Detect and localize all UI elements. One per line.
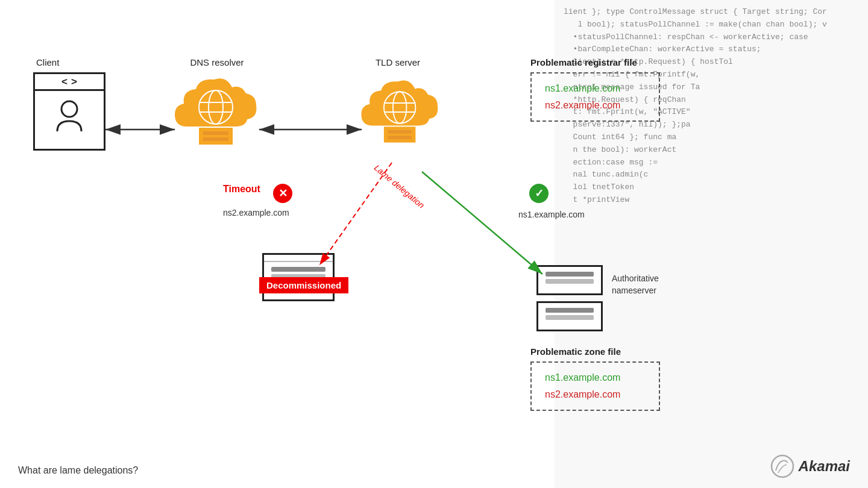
zone-ns2: ns2.example.com <box>545 389 646 400</box>
timeout-x-circle: ✕ <box>273 184 292 203</box>
code-bracket-left: < <box>61 76 68 88</box>
decommissioned-badge: Decommissioned <box>259 277 348 293</box>
lame-delegation-label: Lame delegation <box>373 163 427 210</box>
dns-cloud <box>169 72 265 153</box>
tld-server-label: TLD server <box>356 57 440 67</box>
svg-rect-20 <box>384 127 416 142</box>
ns2-label: ns2.example.com <box>223 208 289 217</box>
zone-ns1: ns1.example.com <box>545 372 646 383</box>
auth-nameserver-box2 <box>536 301 603 331</box>
dns-resolver-label: DNS resolver <box>169 57 265 67</box>
client-label: Client <box>36 57 59 67</box>
ns1-label: ns1.example.com <box>518 210 585 219</box>
client-person-icon <box>35 91 104 134</box>
dns-cloud-svg <box>169 72 265 151</box>
registrar-file-box: ns1.example.com ns2.example.com <box>530 72 660 122</box>
svg-rect-15 <box>203 137 228 141</box>
svg-rect-13 <box>199 128 233 145</box>
zone-file-title: Problematic zone file <box>530 346 621 357</box>
akamai-text: Akamai <box>799 458 850 475</box>
zone-file-box: ns1.example.com ns2.example.com <box>530 361 660 411</box>
code-slash: > <box>71 76 77 88</box>
svg-rect-22 <box>388 136 411 139</box>
svg-rect-21 <box>388 130 411 134</box>
svg-rect-14 <box>203 131 228 135</box>
svg-point-8 <box>61 101 77 117</box>
client-top-bar: < > <box>35 74 104 91</box>
diagram-area: Client < > DNS resolver <box>0 0 868 488</box>
person-svg <box>54 98 84 134</box>
tld-cloud <box>356 72 446 153</box>
client-box: < > <box>33 72 105 151</box>
registrar-file-title: Problematic registrar file <box>530 57 637 67</box>
svg-line-6 <box>422 172 542 274</box>
timeout-label: Timeout <box>223 184 260 195</box>
akamai-logo: Akamai <box>770 454 850 479</box>
tld-cloud-svg <box>356 72 446 151</box>
akamai-logo-svg <box>770 454 795 479</box>
auth-ns-label: Authoritative nameserver <box>612 273 659 296</box>
auth-nameserver-box1 <box>536 265 603 295</box>
svg-line-5 <box>319 163 392 265</box>
svg-point-23 <box>772 455 793 477</box>
check-circle: ✓ <box>529 184 549 203</box>
registrar-ns1: ns1.example.com <box>545 83 646 94</box>
bottom-text: What are lame delegations? <box>18 465 138 476</box>
registrar-ns2: ns2.example.com <box>545 100 646 111</box>
